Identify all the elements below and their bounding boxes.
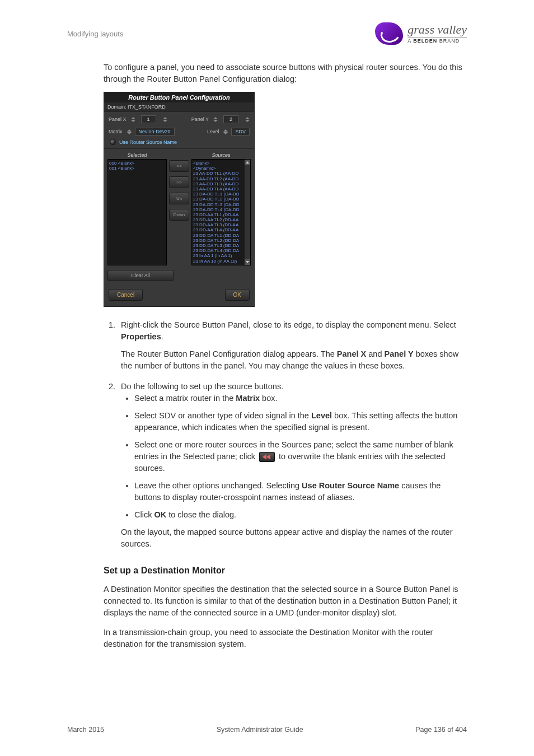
section-p1: A Destination Monitor specifies the dest…: [104, 584, 467, 619]
list-item[interactable]: 23 DA-DD TL2 (DA-DD: [193, 197, 249, 202]
scroll-up-icon[interactable]: [245, 160, 250, 165]
move-left-icon: [259, 452, 275, 462]
panelx-value[interactable]: 1: [141, 115, 156, 123]
page-header: Modifying layouts grass valley A BELDEN …: [67, 22, 467, 45]
cancel-button[interactable]: Cancel: [109, 289, 143, 301]
list-item[interactable]: 23 DD-DA TL4 (DD-DA: [193, 248, 249, 253]
panely-value[interactable]: 2: [223, 115, 238, 123]
list-item[interactable]: <Dynamic>: [193, 166, 249, 171]
list-item[interactable]: 23 In AA 10 (In AA 10): [193, 259, 249, 264]
selected-list[interactable]: 000 <Blank> 001 <Blank>: [107, 159, 167, 265]
footer-page: Page 136 of 404: [415, 726, 467, 734]
brand-tagline: A BELDEN BRAND: [407, 37, 467, 44]
footer-date: March 2015: [67, 726, 104, 734]
list-item[interactable]: 23 In AA 2 (In AA 2): [193, 264, 249, 265]
list-item[interactable]: 23 AA-DD TL1 (AA-DD: [193, 171, 249, 176]
bullet-matrix: Select a matrix router in the Matrix box…: [134, 393, 467, 404]
list-item[interactable]: 23 DA-DD TL1 (DA-DD: [193, 192, 249, 197]
list-item[interactable]: <Blank>: [193, 161, 249, 166]
remove-button[interactable]: >>: [169, 176, 189, 188]
domain-label: Domain:: [107, 104, 127, 110]
list-item[interactable]: 23 DD-DA TL2 (DD-DA: [193, 238, 249, 243]
section-name: Modifying layouts: [67, 30, 123, 38]
page-footer: March 2015 System Administrator Guide Pa…: [67, 726, 467, 734]
matrix-spinner[interactable]: [127, 129, 132, 134]
list-item[interactable]: 001 <Blank>: [109, 166, 165, 171]
list-item[interactable]: 23 AA-DD TL2 (AA-DD: [193, 176, 249, 181]
scroll-down-icon[interactable]: [245, 259, 250, 265]
section-title: Set up a Destination Monitor: [104, 566, 467, 576]
down-button[interactable]: Down: [169, 209, 189, 221]
add-button[interactable]: <<: [169, 160, 189, 172]
router-config-dialog: Router Button Panel Configuration Domain…: [104, 92, 255, 307]
up-button[interactable]: Up: [169, 193, 189, 204]
level-label: Level: [207, 129, 219, 134]
panelx-label: Panel X: [109, 116, 127, 122]
bullet-options: Leave the other options unchanged. Selec…: [134, 480, 467, 503]
footer-title: System Administrator Guide: [217, 726, 303, 734]
list-item[interactable]: 23 DA-DD TL3 (DA-DD: [193, 202, 249, 207]
domain-value: ITX_STANFORD: [128, 104, 166, 110]
list-item[interactable]: 23 DD-DA TL1 (DD-DA: [193, 233, 249, 238]
list-item[interactable]: 23 DD-AA TL3 (DD-AA: [193, 222, 249, 227]
list-item[interactable]: 23 AA-DD TL3 (AA-DD: [193, 181, 249, 186]
ok-button[interactable]: OK: [225, 289, 250, 301]
panely-spinner[interactable]: [213, 117, 218, 122]
step-2: Do the following to set up the source bu…: [118, 381, 467, 550]
intro-paragraph: To configure a panel, you need to associ…: [104, 62, 467, 85]
matrix-label: Matrix: [109, 129, 123, 134]
logo-mark-icon: [375, 22, 403, 45]
step-1: Right-click the Source Button Panel, clo…: [118, 319, 467, 372]
list-item[interactable]: 23 DA-DD TL4 (DA-DD: [193, 207, 249, 212]
list-item[interactable]: 000 <Blank>: [109, 161, 165, 166]
section-p2: In a transmission-chain group, you need …: [104, 627, 467, 650]
bullet-sources: Select one or more router sources in the…: [134, 439, 467, 474]
step-2-result: On the layout, the mapped source buttons…: [121, 526, 467, 550]
panely-label: Panel Y: [191, 116, 209, 122]
page: Modifying layouts grass valley A BELDEN …: [0, 0, 534, 756]
list-item[interactable]: 23 DD-AA TL2 (DD-AA: [193, 217, 249, 222]
use-router-checkbox[interactable]: [110, 139, 116, 145]
brand-name: grass valley: [407, 24, 467, 36]
step-1-note: The Router Button Panel Configuration di…: [121, 348, 467, 372]
list-item[interactable]: 23 DD-AA TL1 (DD-AA: [193, 212, 249, 217]
level-spinner[interactable]: [223, 129, 228, 134]
brand-logo: grass valley A BELDEN BRAND: [375, 22, 467, 45]
scrollbar[interactable]: [245, 160, 250, 265]
sources-list[interactable]: <Blank><Dynamic>23 AA-DD TL1 (AA-DD23 AA…: [191, 159, 251, 265]
dialog-domain: Domain: ITX_STANFORD: [104, 102, 254, 112]
matrix-select[interactable]: Nevion-Dev20: [135, 128, 175, 136]
level-select[interactable]: SDV: [231, 128, 250, 136]
sources-header: Sources: [191, 151, 251, 159]
instruction-list: Right-click the Source Button Panel, clo…: [118, 319, 467, 550]
bullet-level: Select SDV or another type of video sign…: [134, 410, 467, 433]
panelx-spinner2[interactable]: [163, 117, 167, 122]
list-item[interactable]: 23 DD-AA TL4 (DD-AA: [193, 227, 249, 232]
panelx-spinner[interactable]: [131, 117, 135, 122]
bullet-ok: Click OK to close the dialog.: [134, 509, 467, 521]
panely-spinner2[interactable]: [245, 117, 250, 122]
list-item[interactable]: 23 AA-DD TL4 (AA-DD: [193, 186, 249, 192]
selected-header: Selected: [107, 151, 167, 159]
use-router-label: Use Router Source Name: [119, 139, 177, 145]
dialog-title: Router Button Panel Configuration: [104, 92, 254, 102]
clear-all-button[interactable]: Clear All: [107, 270, 174, 281]
list-item[interactable]: 23 DD-DA TL3 (DD-DA: [193, 243, 249, 248]
list-item[interactable]: 23 In AA 1 (In AA 1): [193, 253, 249, 258]
